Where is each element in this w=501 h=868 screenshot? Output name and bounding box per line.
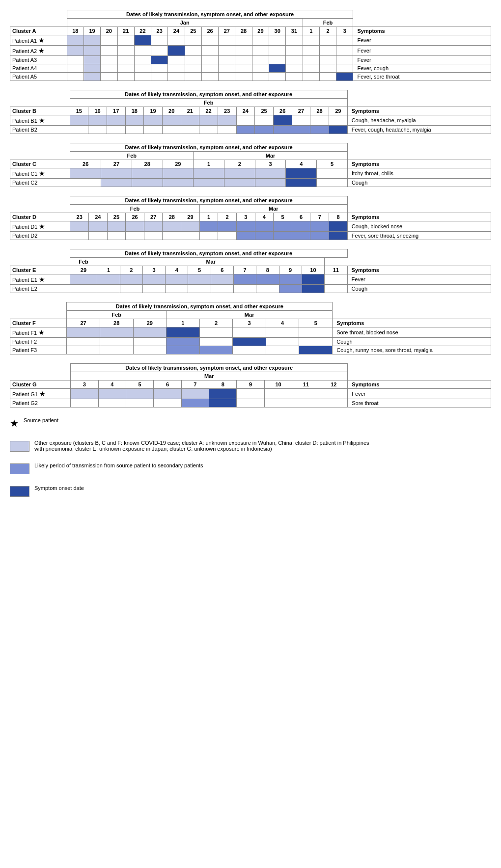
cluster-B-date-20: 20 (162, 107, 181, 115)
cluster-B-patient-0-cell-0 (70, 115, 88, 126)
cluster-A-patient-2-cell-10 (235, 56, 252, 64)
cluster-G-patient-0-cell-3 (154, 389, 181, 399)
cluster-F-patient-2-cell-3 (167, 346, 200, 354)
cluster-A-patient-3-cell-2 (101, 64, 117, 73)
cluster-G-patient-1-cell-8 (292, 399, 320, 407)
cluster-A-patient-3-cell-6 (168, 64, 185, 73)
cluster-F-patient-1-cell-4 (199, 338, 233, 346)
cluster-E-patient-0-symptoms: Fever (347, 274, 491, 285)
cluster-F-patient-0-cell-1 (100, 327, 133, 338)
cluster-D-patient-0-cell-5 (163, 221, 181, 232)
cluster-E-month-Mar: Mar (97, 258, 325, 266)
cluster-A-patient-2-symptoms: Fever (353, 56, 491, 64)
cluster-A-date-23: 23 (151, 27, 168, 35)
cluster-A-patient-3-cell-0 (67, 64, 84, 73)
cluster-A-patient-0-cell-5 (151, 35, 168, 46)
cluster-A-patient-0-cell-11 (252, 35, 269, 46)
onset-box (10, 486, 29, 497)
cluster-F-section: Dates of likely transmission, symptom on… (10, 302, 491, 354)
cluster-E-patient-0-cell-11 (325, 274, 348, 285)
cluster-D-patient-0-cell-9 (236, 221, 255, 232)
cluster-B-section: Dates of likely transmission, symptom on… (10, 90, 491, 134)
cluster-D-patient-0-cell-0 (70, 221, 89, 232)
cluster-A-patient-0-cell-10 (235, 35, 252, 46)
cluster-A-patient-2-cell-14 (303, 56, 319, 64)
cluster-A-patient-3-label: Patient A4 (10, 64, 67, 73)
cluster-E-patient-1-cell-11 (325, 285, 348, 293)
cluster-A-patient-2-cell-5 (151, 56, 168, 64)
cluster-B-patient-1-cell-7 (199, 126, 218, 134)
cluster-E-date-10: 10 (302, 266, 324, 274)
cluster-B-patient-1-cell-5 (162, 126, 181, 134)
cluster-A-patient-1-cell-13 (286, 46, 303, 56)
cluster-B-patient-1-cell-2 (107, 126, 125, 134)
cluster-A-patient-4-cell-3 (117, 73, 134, 81)
cluster-F-patient-0-symptoms: Sore throat, blocked nose (333, 327, 491, 338)
cluster-F-patient-2-label: Patient F3 (10, 346, 67, 354)
cluster-D-patient-1-label: Patient D2 (10, 232, 70, 240)
cluster-D-section: Dates of likely transmission, symptom on… (10, 196, 491, 240)
cluster-A-patient-4-cell-16 (336, 73, 353, 81)
cluster-D-patient-1-cell-0 (70, 232, 89, 240)
cluster-E-date-2: 2 (120, 266, 142, 274)
cluster-D-date-25: 25 (107, 213, 126, 221)
cluster-A-patient-2-cell-3 (117, 56, 134, 64)
cluster-E-date-7: 7 (233, 266, 256, 274)
cluster-D-date-24: 24 (88, 213, 107, 221)
cluster-A-patient-0-cell-1 (84, 35, 100, 46)
cluster-E-patient-1-cell-0 (70, 285, 97, 293)
legend-transmission-label: Likely period of transmission from sourc… (34, 462, 203, 468)
cluster-A-patient-3-cell-7 (185, 64, 201, 73)
cluster-D-main-header: Dates of likely transmission, symptom on… (70, 196, 347, 205)
cluster-A-patient-2-cell-0 (67, 56, 84, 64)
cluster-D-patient-1-cell-6 (181, 232, 200, 240)
cluster-B-date-19: 19 (144, 107, 163, 115)
cluster-C-patient-1-cell-0 (70, 179, 101, 187)
cluster-E-symptoms-header: Symptoms (347, 266, 491, 274)
cluster-G-patient-0-cell-5 (209, 389, 237, 399)
cluster-B-date-22: 22 (199, 107, 218, 115)
cluster-F-patient-2-cell-0 (67, 346, 100, 354)
cluster-B-patient-0-cell-10 (255, 115, 274, 126)
source-patient-star: ★ (39, 222, 45, 230)
cluster-E-patient-0-cell-1 (97, 274, 120, 285)
cluster-C-patient-0-cell-7 (286, 168, 317, 179)
cluster-A-patient-3-cell-10 (235, 64, 252, 73)
cluster-D-label: Cluster D (10, 213, 70, 221)
cluster-A-patient-3-cell-11 (252, 64, 269, 73)
cluster-D-patient-0-label: Patient D1 ★ (10, 221, 70, 232)
cluster-A-patient-0-cell-6 (168, 35, 185, 46)
cluster-D-month-Feb: Feb (70, 205, 199, 213)
cluster-A-patient-2-cell-9 (219, 56, 235, 64)
cluster-F-month-Feb: Feb (67, 311, 167, 319)
cluster-B-date-27: 27 (292, 107, 310, 115)
cluster-B-patient-0-cell-12 (292, 115, 310, 126)
cluster-B-patient-0-cell-2 (107, 115, 125, 126)
cluster-C-patient-1-cell-6 (255, 179, 286, 187)
cluster-A-date-25: 25 (185, 27, 201, 35)
legend-source-patient: ★Source patient (10, 417, 491, 429)
cluster-E-label: Cluster E (10, 266, 70, 274)
cluster-A-patient-4-cell-0 (67, 73, 84, 81)
cluster-A-patient-3-cell-15 (319, 64, 336, 73)
cluster-C-main-header: Dates of likely transmission, symptom on… (70, 143, 348, 152)
cluster-D-date-3: 3 (236, 213, 255, 221)
cluster-D-patient-1-cell-13 (310, 232, 329, 240)
cluster-F-date-5: 5 (299, 319, 333, 327)
cluster-A-patient-3-cell-9 (219, 64, 235, 73)
cluster-D-patient-0-cell-2 (107, 221, 126, 232)
cluster-F-date-3: 3 (233, 319, 266, 327)
cluster-A-label: Cluster A (10, 27, 67, 35)
source-patient-star: ★ (39, 390, 46, 398)
cluster-C-patient-1-cell-7 (286, 179, 317, 187)
cluster-A-patient-0-symptoms: Fever (353, 35, 491, 46)
cluster-B-patient-0-cell-14 (329, 115, 347, 126)
cluster-F-patient-1-cell-1 (100, 338, 133, 346)
cluster-F-date-27: 27 (67, 319, 100, 327)
cluster-E-patient-0-cell-7 (233, 274, 256, 285)
cluster-A-patient-2-label: Patient A3 (10, 56, 67, 64)
cluster-E-patient-1-cell-10 (302, 285, 324, 293)
cluster-F-date-4: 4 (266, 319, 299, 327)
cluster-C-patient-0-cell-2 (132, 168, 163, 179)
cluster-G-patient-1-cell-3 (154, 399, 181, 407)
